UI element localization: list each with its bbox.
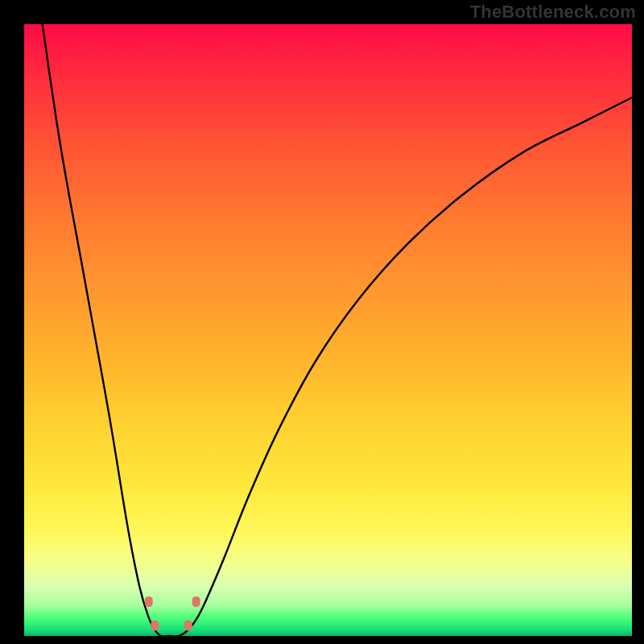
curve-marker-1 [151, 621, 159, 631]
plot-area [24, 24, 632, 636]
curve-marker-3 [192, 597, 200, 607]
curve-marker-2 [184, 621, 192, 631]
bottleneck-curve [24, 24, 632, 636]
chart-frame: TheBottleneck.com [0, 0, 644, 644]
curve-path [43, 24, 632, 636]
attribution-text: TheBottleneck.com [470, 2, 636, 23]
curve-marker-0 [145, 597, 153, 607]
